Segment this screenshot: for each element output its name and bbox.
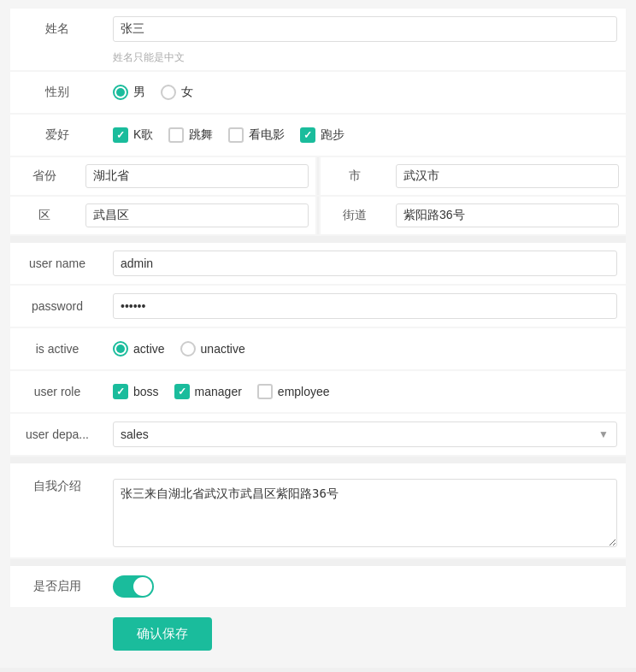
district-input[interactable] xyxy=(85,203,309,227)
role-boss-checkbox[interactable] xyxy=(113,384,128,399)
role-employee-label: employee xyxy=(278,385,330,398)
password-input-cell xyxy=(104,286,626,326)
unactive-radio[interactable] xyxy=(180,341,196,357)
intro-label: 自我介绍 xyxy=(10,472,104,503)
name-hint: 姓名只能是中文 xyxy=(113,51,185,63)
district-street-row: 区 街道 xyxy=(10,197,626,234)
hobby-dance-checkbox[interactable] xyxy=(168,127,184,143)
is-active-label: is active xyxy=(10,333,104,364)
dept-select-wrapper: sales marketing engineering HR ▼ xyxy=(113,421,617,447)
section-gap-3 xyxy=(10,559,626,566)
section-gap-2 xyxy=(10,457,626,463)
province-city-row: 省份 市 xyxy=(10,157,626,195)
unactive-option[interactable]: unactive xyxy=(180,341,245,357)
password-label: password xyxy=(10,291,104,321)
username-input[interactable] xyxy=(113,251,617,276)
active-radio-group: active unactive xyxy=(113,341,617,357)
street-input-wrapper xyxy=(389,200,626,231)
hobby-row: 爱好 K歌 跳舞 看电影 跑步 xyxy=(10,115,626,156)
gender-female-label: 女 xyxy=(181,85,193,100)
name-input[interactable] xyxy=(113,16,617,42)
gender-male-option[interactable]: 男 xyxy=(113,85,145,100)
gender-male-radio[interactable] xyxy=(113,85,128,100)
city-input-wrapper xyxy=(389,161,626,192)
province-input[interactable] xyxy=(85,164,309,188)
role-manager-option[interactable]: manager xyxy=(174,384,242,399)
user-dept-row: user depa... sales marketing engineering… xyxy=(10,414,626,455)
city-input[interactable] xyxy=(396,164,619,188)
hobby-run-option[interactable]: 跑步 xyxy=(300,127,344,143)
district-cell: 区 xyxy=(10,197,315,234)
enable-input-cell xyxy=(104,569,626,604)
gender-row: 性别 男 女 xyxy=(10,72,626,113)
hobby-kge-label: K歌 xyxy=(133,127,153,143)
hobby-checkbox-group: K歌 跳舞 看电影 跑步 xyxy=(113,127,617,143)
street-label: 街道 xyxy=(321,201,389,230)
unactive-label: unactive xyxy=(201,342,245,356)
gender-female-option[interactable]: 女 xyxy=(161,85,193,100)
hobby-kge-option[interactable]: K歌 xyxy=(113,127,153,143)
user-dept-input-cell: sales marketing engineering HR ▼ xyxy=(104,415,626,454)
intro-input-cell: 张三来自湖北省武汉市武昌区紫阳路36号 xyxy=(104,472,626,557)
province-cell: 省份 xyxy=(10,157,315,195)
user-dept-label: user depa... xyxy=(10,419,104,450)
role-boss-option[interactable]: boss xyxy=(113,384,159,399)
hobby-run-label: 跑步 xyxy=(321,127,344,143)
user-role-label: user role xyxy=(10,376,104,407)
gender-male-label: 男 xyxy=(133,85,145,100)
gender-radio-group: 男 女 xyxy=(113,85,617,100)
password-row: password xyxy=(10,286,626,327)
hobby-dance-option[interactable]: 跳舞 xyxy=(168,127,213,143)
dept-select[interactable]: sales marketing engineering HR xyxy=(113,421,617,447)
enable-toggle[interactable] xyxy=(113,575,154,598)
section-gap-1 xyxy=(10,236,626,243)
province-input-wrapper xyxy=(79,161,315,192)
name-input-cell xyxy=(104,9,626,49)
city-cell: 市 xyxy=(321,157,626,195)
username-row: user name xyxy=(10,243,626,284)
password-input[interactable] xyxy=(113,293,617,319)
user-role-row: user role boss manager employee xyxy=(10,371,626,412)
hobby-input-cell: K歌 跳舞 看电影 跑步 xyxy=(104,121,626,150)
username-label: user name xyxy=(10,248,104,279)
role-manager-checkbox[interactable] xyxy=(174,384,190,399)
user-role-input-cell: boss manager employee xyxy=(104,377,626,406)
form-container: 姓名 姓名只能是中文 性别 男 女 爱好 xyxy=(0,0,636,668)
role-manager-label: manager xyxy=(195,385,242,398)
city-label: 市 xyxy=(321,162,389,191)
hobby-dance-label: 跳舞 xyxy=(189,127,213,143)
district-input-wrapper xyxy=(79,200,315,231)
role-employee-option[interactable]: employee xyxy=(257,384,330,399)
enable-row: 是否启用 xyxy=(10,566,626,607)
active-option[interactable]: active xyxy=(113,341,165,357)
hobby-label: 爱好 xyxy=(10,119,104,151)
role-checkbox-group: boss manager employee xyxy=(113,384,617,399)
street-cell: 街道 xyxy=(321,197,626,234)
save-button[interactable]: 确认保存 xyxy=(113,617,212,651)
gender-label: 性别 xyxy=(10,76,104,109)
hobby-movie-checkbox[interactable] xyxy=(228,127,244,143)
intro-textarea[interactable]: 张三来自湖北省武汉市武昌区紫阳路36号 xyxy=(113,479,617,547)
hobby-run-checkbox[interactable] xyxy=(300,127,315,143)
is-active-row: is active active unactive xyxy=(10,328,626,369)
name-row: 姓名 xyxy=(10,9,626,50)
gender-female-radio[interactable] xyxy=(161,85,176,100)
role-employee-checkbox[interactable] xyxy=(257,384,273,399)
active-radio[interactable] xyxy=(113,341,128,357)
gender-input-cell: 男 女 xyxy=(104,78,626,107)
name-label: 姓名 xyxy=(10,13,104,45)
district-label: 区 xyxy=(10,201,79,230)
is-active-input-cell: active unactive xyxy=(104,334,626,363)
username-input-cell xyxy=(104,244,626,283)
name-hint-row: 姓名只能是中文 xyxy=(10,50,626,70)
enable-label: 是否启用 xyxy=(10,570,104,603)
province-label: 省份 xyxy=(10,162,79,191)
active-label: active xyxy=(133,342,165,356)
role-boss-label: boss xyxy=(133,385,159,398)
hobby-kge-checkbox[interactable] xyxy=(113,127,128,143)
street-input[interactable] xyxy=(396,203,619,227)
hobby-movie-label: 看电影 xyxy=(249,127,285,143)
hobby-movie-option[interactable]: 看电影 xyxy=(228,127,285,143)
intro-row: 自我介绍 张三来自湖北省武汉市武昌区紫阳路36号 xyxy=(10,463,626,557)
save-row: 确认保存 xyxy=(10,609,626,659)
